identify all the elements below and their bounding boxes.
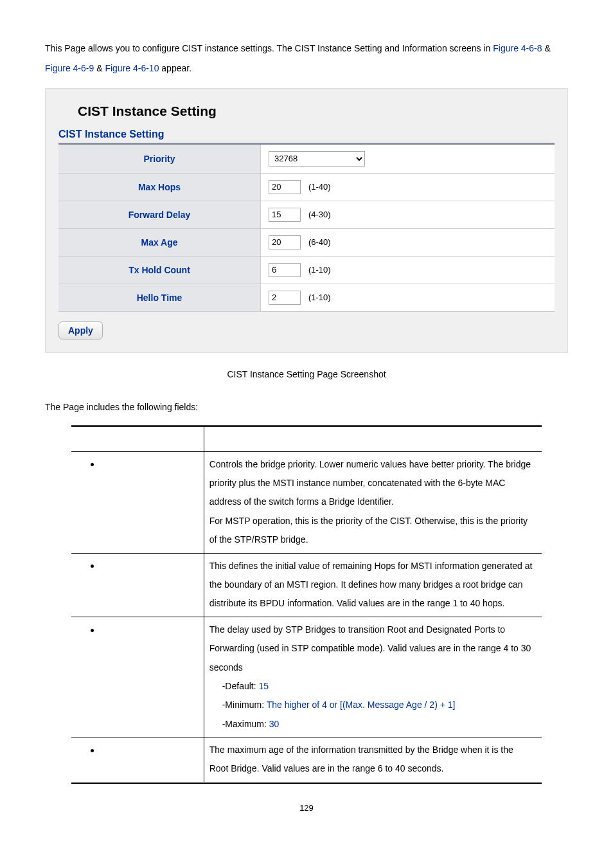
maxage-desc-l1: The maximum age of the information trans… [209,745,513,755]
apply-button[interactable]: Apply [58,321,103,339]
priority-desc-l5: of the STP/RSTP bridge. [209,534,308,545]
intro-text-2: appear. [159,63,191,73]
maxage-input[interactable] [269,235,301,249]
desc-row-maxhops: This defines the initial value of remain… [71,553,542,617]
row-hello: Hello Time (1-10) [58,284,555,311]
intro-amp-2: & [94,63,105,73]
fdelay-desc-l1: The delay used by STP Bridges to transit… [209,624,505,635]
maxhops-input[interactable] [269,180,301,194]
page-number: 129 [45,803,568,813]
priority-desc-l3: address of the switch forms a Bridge Ide… [209,496,394,507]
panel-title: CIST Instance Setting [78,104,555,119]
fdelay-range: (4-30) [308,210,331,219]
fdelay-input[interactable] [269,208,301,222]
fdelay-desc-l3: seconds [209,662,243,673]
intro-text-1: This Page allows you to configure CIST i… [45,43,493,53]
maxhops-desc-l3: distribute its BPDU information. Valid v… [209,598,505,608]
priority-desc-l4: For MSTP operation, this is the priority… [209,516,528,526]
priority-label: Priority [58,143,261,173]
fdelay-desc-l2: Forwarding (used in STP compatible mode)… [209,643,531,653]
tx-range: (1-10) [308,265,331,275]
desc-row-maxage: The maximum age of the information trans… [71,737,542,783]
row-priority: Priority 32768 [58,143,555,173]
tx-label: Tx Hold Count [58,256,261,284]
bullet-icon [91,565,94,568]
bullet-icon [91,463,94,466]
fdelay-default: -Default: 15 [209,677,269,696]
row-maxhops: Max Hops (1-40) [58,173,555,201]
bullet-icon [91,629,94,632]
desc-row-priority: Controls the bridge priority. Lower nume… [71,451,542,553]
maxhops-desc-l2: the boundary of an MSTI region. It defin… [209,579,523,590]
section-title: CIST Instance Setting [58,129,555,140]
maxage-label: Max Age [58,228,261,256]
tx-input[interactable] [269,263,301,277]
fdelay-maximum: -Maximum: 30 [209,715,280,734]
hello-range: (1-10) [308,293,331,302]
cist-settings-table: Priority 32768 Max Hops (1-40) Forward D… [58,143,555,312]
maxage-range: (6-40) [308,237,331,247]
figure-link-1[interactable]: Figure 4-6-8 [493,43,542,53]
maxhops-range: (1-40) [308,182,331,192]
fields-intro: The Page includes the following fields: [45,402,568,412]
hello-label: Hello Time [58,284,261,311]
screenshot-caption: CIST Instance Setting Page Screenshot [45,369,568,379]
fields-description-table: Controls the bridge priority. Lower nume… [71,425,542,784]
cist-setting-panel: CIST Instance Setting CIST Instance Sett… [45,88,568,353]
figure-link-3[interactable]: Figure 4-6-10 [105,63,159,73]
priority-desc-l1: Controls the bridge priority. Lower nume… [209,459,531,469]
row-tx-hold: Tx Hold Count (1-10) [58,256,555,284]
maxage-desc-l2: Root Bridge. Valid values are in the ran… [209,763,444,773]
figure-link-2[interactable]: Figure 4-6-9 [45,63,94,73]
fdelay-label: Forward Delay [58,201,261,228]
desc-row-forward-delay: The delay used by STP Bridges to transit… [71,617,542,737]
maxhops-label: Max Hops [58,173,261,201]
priority-desc-l2: priority plus the MSTI instance number, … [209,478,506,488]
maxhops-desc-l1: This defines the initial value of remain… [209,561,533,571]
intro-paragraph: This Page allows you to configure CIST i… [45,39,568,78]
row-forward-delay: Forward Delay (4-30) [58,201,555,228]
fdelay-minimum: -Minimum: The higher of 4 or [(Max. Mess… [209,696,456,714]
bullet-icon [91,749,94,752]
hello-input[interactable] [269,291,301,305]
intro-amp-1: & [542,43,551,53]
row-maxage: Max Age (6-40) [58,228,555,256]
priority-select[interactable]: 32768 [269,151,365,167]
